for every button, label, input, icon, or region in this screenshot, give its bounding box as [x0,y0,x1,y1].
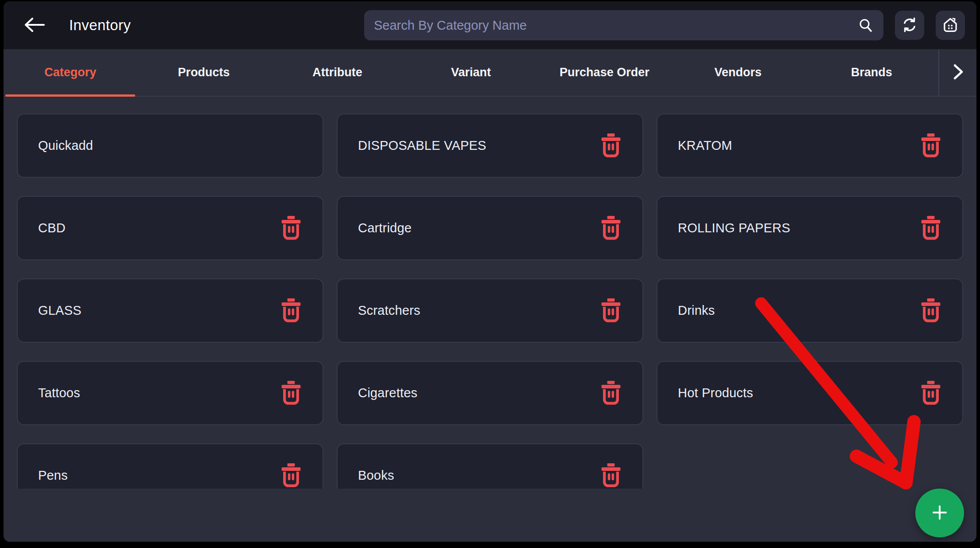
category-name: Hot Products [678,386,918,400]
tab-label: Category [44,66,96,79]
tab-label: Brands [851,66,892,79]
delete-category-button[interactable] [598,132,624,160]
tab-vendors[interactable]: Vendors [671,49,805,96]
category-name: Books [358,468,598,483]
trash-icon [919,297,942,324]
delete-category-button[interactable] [918,380,944,407]
trash-icon [599,462,622,489]
header-bar: Inventory [4,1,976,49]
category-card[interactable]: GLASS [17,278,323,343]
add-category-fab[interactable] [915,489,964,537]
trash-icon [280,297,303,324]
trash-icon [280,380,303,407]
category-card[interactable]: Drinks [657,278,963,343]
search-field [364,10,883,40]
delete-category-button[interactable] [598,462,624,489]
delete-category-button[interactable] [278,462,304,489]
category-card[interactable]: Cigarettes [337,361,643,425]
category-name: Quickadd [38,138,278,153]
delete-category-button[interactable] [918,297,944,325]
delete-category-button[interactable] [598,297,624,325]
delete-category-button[interactable] [918,132,944,160]
trash-icon [599,132,622,159]
home-button[interactable] [936,11,965,40]
category-card[interactable]: DISPOSABLE VAPES [337,114,643,178]
category-name: Scratchers [358,303,598,318]
category-card[interactable]: Cartridge [337,196,643,260]
category-card[interactable]: Scratchers [337,278,643,343]
tab-category[interactable]: Category [4,49,137,96]
tab-label: Products [178,66,230,79]
trash-icon [599,380,622,407]
category-card[interactable]: ROLLING PAPERS [657,196,963,260]
search-icon[interactable] [858,17,874,33]
category-card[interactable]: Hot Products [657,361,963,425]
tab-variant[interactable]: Variant [404,49,537,96]
delete-category-button[interactable] [278,215,304,242]
trash-icon [599,297,622,324]
category-name: DISPOSABLE VAPES [358,138,598,153]
plus-icon [929,502,950,524]
tab-label: Purchase Order [560,66,649,79]
category-name: Cigarettes [358,386,598,400]
tab-products[interactable]: Products [137,49,270,96]
trash-icon [280,215,303,242]
category-card[interactable]: CBD [17,196,323,260]
trash-icon [919,132,942,159]
category-name: KRATOM [678,138,918,153]
delete-category-button[interactable] [278,297,304,325]
category-name: GLASS [38,303,278,318]
tab-attribute[interactable]: Attribute [271,49,404,96]
tab-label: Vendors [715,66,762,79]
category-card[interactable]: Quickadd [17,114,323,178]
trash-icon [919,215,942,242]
category-card[interactable]: Tattoos [17,361,323,425]
trash-icon [280,462,303,489]
page-title: Inventory [69,17,131,34]
app-window: Inventory [4,1,976,542]
tab-label: Attribute [312,66,362,79]
trash-icon [919,380,942,407]
tabs-next-button[interactable] [938,49,976,96]
tab-brands[interactable]: Brands [805,49,938,96]
chevron-right-icon [950,63,965,82]
tab-purchase-order[interactable]: Purchase Order [538,49,671,96]
inventory-tabbar: Category Products Attribute Variant Purc… [4,49,976,97]
category-name: Pens [38,468,278,483]
arrow-left-icon [23,17,46,34]
delete-category-button[interactable] [918,215,944,242]
tab-label: Variant [451,66,491,79]
category-grid: Quickadd DISPOSABLE VAPES [17,114,963,489]
category-card[interactable]: Books [337,443,643,489]
category-name: Drinks [678,303,918,318]
category-name: Cartridge [358,221,598,235]
category-card[interactable]: KRATOM [657,114,963,178]
category-card[interactable]: Pens [17,443,323,489]
category-list-viewport: Quickadd DISPOSABLE VAPES [4,97,976,489]
screenshot-stage: Inventory [0,0,980,548]
trash-icon [599,215,622,242]
category-name: CBD [38,221,278,235]
delete-category-button[interactable] [278,380,304,407]
back-button[interactable] [20,15,49,36]
category-name: Tattoos [38,386,278,400]
home-icon [941,16,959,35]
search-input[interactable] [364,10,858,40]
delete-category-button[interactable] [598,380,624,407]
refresh-icon [901,16,918,35]
category-name: ROLLING PAPERS [678,221,918,235]
refresh-button[interactable] [895,11,924,40]
delete-category-button[interactable] [598,215,624,242]
